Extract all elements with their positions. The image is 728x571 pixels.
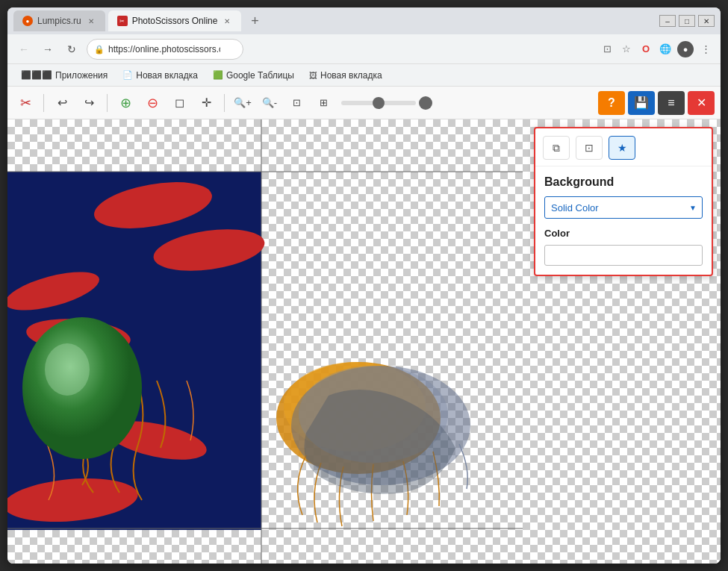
panel-tab-bar: ⧉ ⊡ ★ bbox=[535, 128, 712, 166]
panel-tab-copy1[interactable]: ⧉ bbox=[543, 136, 570, 160]
add-foreground-button[interactable]: ⊕ bbox=[113, 91, 137, 115]
copy2-icon: ⊡ bbox=[585, 142, 594, 154]
address-bar: ← → ↻ 🔒 ⊡ ☆ O 🌐 ● ⋮ bbox=[7, 34, 721, 64]
minimize-button[interactable]: – bbox=[659, 15, 676, 27]
zoom-slider[interactable] bbox=[341, 101, 416, 105]
bookmark-newtab1-label: Новая вкладка bbox=[136, 70, 198, 81]
bookmarks-bar: ⬛⬛⬛ Приложения 📄 Новая вкладка 🟩 Google … bbox=[7, 64, 721, 87]
title-bar: ● Lumpics.ru ✕ ✂ PhotoScissors Online ✕ … bbox=[7, 7, 721, 34]
remove-background-button[interactable]: ⊖ bbox=[140, 91, 164, 115]
browser-window: ● Lumpics.ru ✕ ✂ PhotoScissors Online ✕ … bbox=[7, 7, 721, 564]
zoom-in-button[interactable]: 🔍+ bbox=[231, 91, 255, 115]
save-button[interactable]: 💾 bbox=[628, 91, 655, 115]
bookmark-apps[interactable]: ⬛⬛⬛ Приложения bbox=[15, 69, 113, 82]
main-content: ⧉ ⊡ ★ Background Solid Color Transparent… bbox=[7, 119, 721, 564]
bookmark-newtab2[interactable]: 🖼 Новая вкладка bbox=[303, 69, 388, 82]
tab1-label: Lumpics.ru bbox=[37, 16, 81, 26]
toolbar-sep2 bbox=[107, 94, 108, 112]
redo-button[interactable]: ↪ bbox=[77, 91, 101, 115]
newtab2-icon: 🖼 bbox=[309, 71, 317, 80]
toolbar-right-buttons: ? 💾 ≡ ✕ bbox=[598, 91, 715, 115]
menu-dots-icon[interactable]: ⋮ bbox=[698, 42, 713, 57]
move-tool-button[interactable]: ✛ bbox=[194, 91, 218, 115]
toolbar-sep3 bbox=[224, 94, 225, 112]
tab1-close[interactable]: ✕ bbox=[86, 16, 96, 26]
tab2-close[interactable]: ✕ bbox=[222, 16, 232, 26]
tab2-favicon: ✂ bbox=[117, 16, 128, 26]
panel-section-title: Background bbox=[544, 175, 703, 189]
newtab1-icon: 📄 bbox=[122, 70, 133, 80]
help-button[interactable]: ? bbox=[598, 91, 625, 115]
profile-icon[interactable]: ● bbox=[677, 41, 694, 57]
back-button[interactable]: ← bbox=[15, 40, 33, 58]
color-picker-input[interactable] bbox=[544, 245, 703, 266]
maximize-button[interactable]: □ bbox=[679, 15, 695, 27]
tab2-label: PhotoScissors Online bbox=[132, 16, 218, 26]
tab-lumpics[interactable]: ● Lumpics.ru ✕ bbox=[13, 10, 105, 31]
close-button[interactable]: ✕ bbox=[688, 91, 715, 115]
fit-button[interactable]: ⊡ bbox=[284, 91, 308, 115]
copy1-icon: ⧉ bbox=[553, 142, 560, 155]
background-panel: ⧉ ⊡ ★ Background Solid Color Transparent… bbox=[534, 127, 713, 276]
app-toolbar: ✂ ↩ ↪ ⊕ ⊖ ◻ ✛ 🔍+ 🔍- ⊡ ⊞ ? 💾 ≡ ✕ bbox=[7, 87, 721, 119]
bookmark-apps-label: Приложения bbox=[55, 70, 108, 81]
lock-icon: 🔒 bbox=[94, 44, 105, 54]
cast-icon[interactable]: ⊡ bbox=[600, 42, 615, 57]
tab1-favicon: ● bbox=[22, 16, 33, 26]
window-controls: – □ ✕ bbox=[659, 15, 715, 27]
reload-button[interactable]: ↻ bbox=[63, 40, 81, 58]
address-input[interactable] bbox=[87, 39, 243, 60]
window-close-button[interactable]: ✕ bbox=[698, 15, 715, 27]
apps-dots-icon: ⬛⬛⬛ bbox=[21, 70, 52, 80]
panel-tab-copy2[interactable]: ⊡ bbox=[576, 136, 603, 160]
dropdown-wrapper: Solid Color Transparent Image ▼ bbox=[544, 196, 703, 219]
actual-size-button[interactable]: ⊞ bbox=[311, 91, 335, 115]
bookmark-newtab1[interactable]: 📄 Новая вкладка bbox=[116, 69, 204, 82]
globe-icon[interactable]: 🌐 bbox=[658, 42, 673, 57]
bookmark-star-icon[interactable]: ☆ bbox=[619, 42, 634, 57]
zoom-thumb bbox=[419, 96, 432, 110]
background-type-dropdown[interactable]: Solid Color Transparent Image bbox=[544, 196, 703, 219]
opera-icon[interactable]: O bbox=[638, 42, 653, 57]
sheets-icon: 🟩 bbox=[213, 70, 223, 80]
color-label: Color bbox=[544, 228, 703, 239]
star-icon: ★ bbox=[617, 142, 627, 154]
bookmark-sheets[interactable]: 🟩 Google Таблицы bbox=[207, 69, 300, 82]
forward-button[interactable]: → bbox=[39, 40, 57, 58]
bookmark-sheets-label: Google Таблицы bbox=[226, 70, 294, 81]
tab-photoscissors[interactable]: ✂ PhotoScissors Online ✕ bbox=[108, 10, 242, 31]
bookmark-newtab2-label: Новая вкладка bbox=[320, 70, 382, 81]
panel-tab-star[interactable]: ★ bbox=[609, 136, 635, 160]
hamburger-menu-button[interactable]: ≡ bbox=[658, 91, 685, 115]
toolbar-sep1 bbox=[43, 94, 44, 112]
logo-tool: ✂ bbox=[13, 91, 37, 115]
zoom-out-button[interactable]: 🔍- bbox=[258, 91, 281, 115]
panel-body: Background Solid Color Transparent Image… bbox=[535, 166, 712, 275]
address-bar-icons: ⊡ ☆ O 🌐 ● ⋮ bbox=[600, 41, 713, 57]
zoom-slider-container bbox=[341, 96, 432, 110]
undo-button[interactable]: ↩ bbox=[50, 91, 74, 115]
svg-point-11 bbox=[45, 343, 90, 396]
eraser-button[interactable]: ◻ bbox=[167, 91, 191, 115]
new-tab-button[interactable]: + bbox=[244, 10, 265, 31]
